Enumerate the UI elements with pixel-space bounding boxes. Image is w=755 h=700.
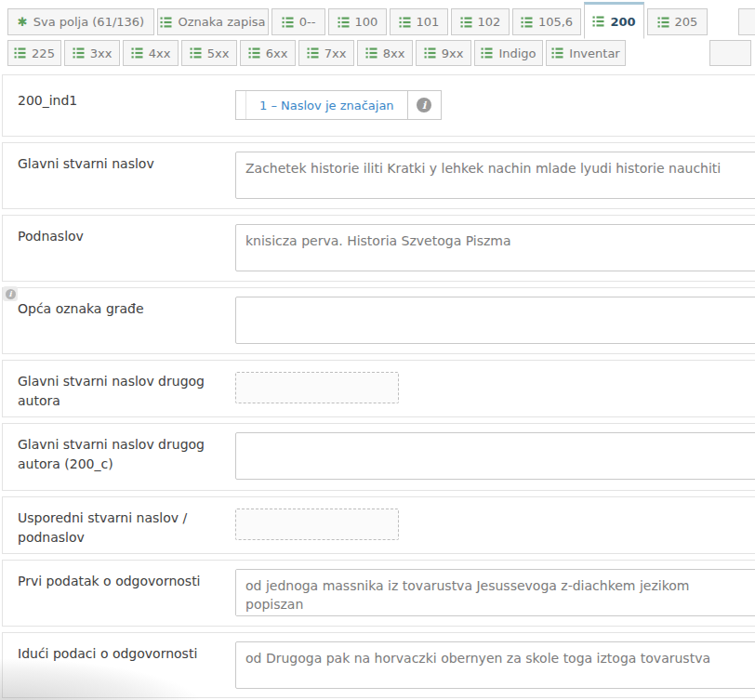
ordered-list-icon — [73, 47, 85, 59]
field-200-form: 200_ind1 1 – Naslov je značajan i Glavni… — [0, 74, 755, 698]
tab-label: 3xx — [90, 46, 113, 60]
indicator-control-group: 1 – Naslov je značajan i — [235, 90, 442, 120]
tab-6xx[interactable]: 6xx — [240, 40, 296, 66]
field-label: Idući podaci o odgovornosti — [3, 633, 207, 664]
tab-label: 9xx — [442, 46, 464, 60]
tab-label: 102 — [478, 15, 501, 29]
tab-label: Inventar — [569, 46, 619, 60]
tab-row-2: 225 3xx 4xx 5xx 6xx 7xx — [7, 40, 755, 66]
tab-label: 4xx — [149, 46, 171, 60]
info-icon[interactable]: i — [3, 286, 18, 301]
glavni-stvarni-naslov-input[interactable]: Zachetek historie iliti Kratki y lehkek … — [235, 152, 755, 199]
ordered-list-icon — [307, 47, 319, 59]
opca-oznaka-grade-input[interactable] — [235, 297, 755, 344]
field-control: Zachetek historie iliti Kratki y lehkek … — [235, 152, 755, 199]
form-row-200-ind1: 200_ind1 1 – Naslov je značajan i — [2, 74, 755, 137]
ordered-list-icon — [424, 47, 436, 59]
tab-label: 6xx — [266, 46, 288, 60]
ordered-list-icon — [365, 47, 378, 59]
usporedni-naslov-input[interactable] — [235, 508, 399, 540]
field-control: knisicza perva. Historia Szvetoga Piszma — [235, 224, 755, 271]
form-row-podnaslov: Podnaslov knisicza perva. Historia Szvet… — [2, 215, 755, 282]
field-label: Opća oznaka građe — [3, 288, 207, 319]
field-label: Usporedni stvarni naslov / podnaslov — [3, 497, 207, 548]
tab-100[interactable]: 100 — [328, 8, 387, 35]
field-control — [235, 297, 755, 344]
naslov-drugog-autora-200c-input[interactable] — [235, 432, 755, 480]
tab-label: Sva polja (61/136) — [33, 15, 144, 29]
ordered-list-icon — [338, 17, 350, 28]
tab-label: 105,6 — [538, 15, 573, 29]
tab-102[interactable]: 102 — [451, 8, 510, 35]
tab-4xx[interactable]: 4xx — [123, 40, 179, 66]
ordered-list-icon — [592, 16, 604, 27]
tab-9xx[interactable]: 9xx — [416, 40, 471, 66]
prvi-podatak-odgovornosti-input[interactable]: od jednoga massnika iz tovarustva Jesuss… — [235, 569, 755, 616]
ordered-list-icon — [131, 47, 143, 59]
tab-label: Oznaka zapisa — [178, 15, 265, 29]
info-button[interactable]: i — [407, 91, 441, 119]
field-label: Glavni stvarni naslov drugog autora — [3, 361, 207, 411]
field-label: 200_ind1 — [3, 75, 207, 111]
tab-label: 101 — [417, 15, 440, 29]
field-control: od Drugoga pak na horvaczki obernyen za … — [235, 641, 755, 689]
tab-label: 225 — [32, 46, 55, 60]
ordered-list-icon — [481, 47, 493, 59]
ordered-list-icon — [190, 47, 202, 59]
tab-label: 200 — [610, 15, 635, 29]
tab-225[interactable]: 225 — [7, 40, 61, 66]
asterisk-icon: ✱ — [18, 16, 28, 28]
tab-label: Indigo — [498, 46, 536, 60]
naslov-drugog-autora-input[interactable] — [235, 372, 399, 403]
tab-8xx[interactable]: 8xx — [357, 40, 413, 66]
selected-value: 1 – Naslov je značajan — [246, 99, 407, 112]
ordered-list-icon — [460, 17, 472, 28]
tab-3xx[interactable]: 3xx — [64, 40, 120, 66]
field-label: Prvi podatak o odgovornosti — [3, 561, 207, 591]
tab-clipped-right[interactable] — [738, 8, 755, 35]
tab-all-fields[interactable]: ✱ Sva polja (61/136) — [7, 8, 154, 35]
form-row-glavni-stvarni-naslov: Glavni stvarni naslov Zachetek historie … — [2, 142, 755, 209]
indicator-select[interactable]: 1 – Naslov je značajan — [236, 91, 407, 119]
field-label: Glavni stvarni naslov drugog autora (200… — [3, 424, 207, 474]
field-label: Glavni stvarni naslov — [3, 143, 207, 174]
tab-5xx[interactable]: 5xx — [181, 40, 237, 66]
field-control: 1 – Naslov je značajan i — [235, 90, 755, 123]
tab-0[interactable]: 0-- — [272, 8, 325, 35]
ordered-list-icon — [14, 47, 26, 59]
tab-7xx[interactable]: 7xx — [298, 40, 354, 66]
form-row-naslov-drugog-autora-200c: Glavni stvarni naslov drugog autora (200… — [2, 423, 755, 491]
tab-205[interactable]: 205 — [647, 8, 708, 35]
iduci-podaci-odgovornosti-input[interactable]: od Drugoga pak na horvaczki obernyen za … — [235, 641, 755, 689]
podnaslov-input[interactable]: knisicza perva. Historia Szvetoga Piszma — [235, 224, 755, 271]
form-row-naslov-drugog-autora: Glavni stvarni naslov drugog autora — [2, 360, 755, 417]
field-control — [235, 432, 755, 480]
tab-inventar[interactable]: Inventar — [546, 40, 626, 66]
form-row-usporedni-naslov: Usporedni stvarni naslov / podnaslov — [2, 496, 755, 554]
ordered-list-icon — [160, 17, 172, 28]
info-icon: i — [417, 98, 431, 112]
ordered-list-icon — [521, 17, 533, 28]
form-row-prvi-podatak-odgovornosti: Prvi podatak o odgovornosti od jednoga m… — [2, 560, 755, 627]
ordered-list-icon — [248, 47, 260, 59]
info-icon: i — [6, 289, 16, 299]
tab-indigo[interactable]: Indigo — [474, 40, 543, 66]
form-row-iduci-podaci-odgovornosti: Idući podaci o odgovornosti od Drugoga p… — [2, 632, 755, 698]
cataloging-field-editor: ✱ Sva polja (61/136) Oznaka zapisa 0-- 1… — [0, 0, 755, 698]
tab-105-6[interactable]: 105,6 — [512, 8, 581, 35]
form-row-opca-oznaka-grade: i Opća oznaka građe — [2, 287, 755, 354]
tab-200-active[interactable]: 200 — [584, 2, 644, 39]
ordered-list-icon — [657, 17, 669, 28]
ordered-list-icon — [551, 47, 563, 59]
field-control: od jednoga massnika iz tovarustva Jesuss… — [235, 569, 755, 616]
field-control — [235, 372, 755, 403]
tab-clipped-right[interactable] — [709, 40, 751, 66]
ordered-list-icon — [282, 17, 294, 28]
tab-oznaka-zapisa[interactable]: Oznaka zapisa — [157, 8, 269, 35]
tab-label: 205 — [675, 15, 698, 29]
field-label: Podnaslov — [3, 216, 207, 246]
tab-label: 5xx — [207, 46, 230, 60]
tab-label: 7xx — [325, 46, 347, 60]
tab-101[interactable]: 101 — [390, 8, 448, 35]
ordered-list-icon — [399, 17, 411, 28]
